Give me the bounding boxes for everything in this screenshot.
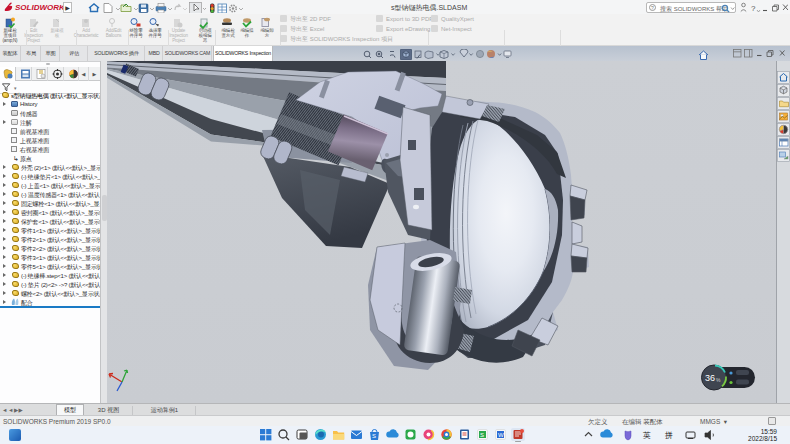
svg-text:?: ? <box>751 4 756 13</box>
svg-text:%: % <box>716 377 721 383</box>
svg-text:拼: 拼 <box>664 431 673 440</box>
svg-text:36: 36 <box>705 373 715 383</box>
svg-text:英: 英 <box>643 431 651 440</box>
svg-text:W: W <box>498 432 504 438</box>
svg-text:S: S <box>372 433 376 439</box>
svg-text:S: S <box>480 432 484 438</box>
